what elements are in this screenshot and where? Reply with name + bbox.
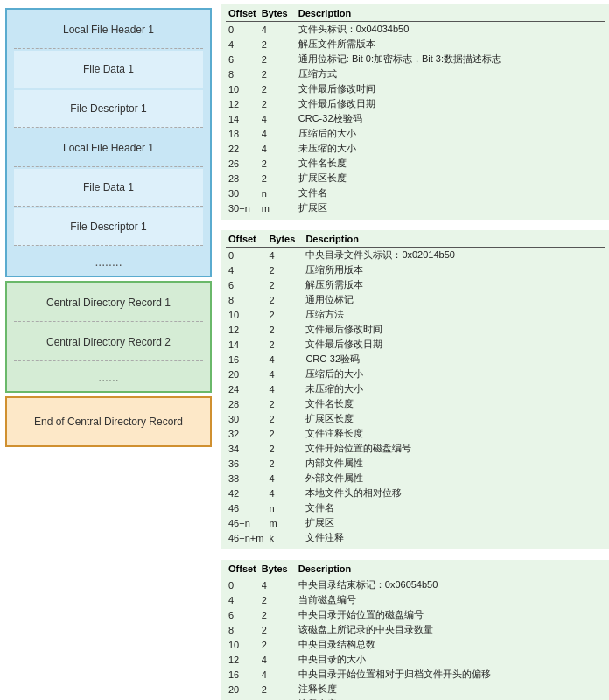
table-cell: 0 xyxy=(226,248,266,263)
table-row: 202注释长度 xyxy=(226,682,605,696)
table-cell: 文件最后修改时间 xyxy=(303,322,605,337)
table-cell: 文件最后修改日期 xyxy=(296,96,605,111)
eocd-header-offset: Offset xyxy=(226,563,259,578)
table-cell: 文件名长度 xyxy=(303,396,605,411)
table-cell: 2 xyxy=(259,592,296,607)
table-row: 42当前磁盘编号 xyxy=(226,592,605,607)
table-row: 142文件最后修改日期 xyxy=(226,337,605,352)
table-cell: 16 xyxy=(226,352,266,367)
table-row: 302扩展区长度 xyxy=(226,411,605,426)
table-cell: 2 xyxy=(259,156,296,171)
table-cell: 46+n+m xyxy=(226,530,266,545)
table-cell: 2 xyxy=(266,411,303,426)
left-column: Local File Header 1 File Data 1 File Des… xyxy=(0,0,217,700)
table-cell: 扩展区长度 xyxy=(296,171,605,186)
table-row: 164中央目录开始位置相对于归档文件开头的偏移 xyxy=(226,667,605,682)
table-row: 04中央目录结束标记：0x06054b50 xyxy=(226,578,605,593)
table-cell: 解压所需版本 xyxy=(303,277,605,292)
table-cell: 压缩所用版本 xyxy=(303,262,605,277)
table-cell: 2 xyxy=(259,607,296,622)
lfh-header-bytes: Bytes xyxy=(259,7,296,22)
table-cell: 2 xyxy=(266,337,303,352)
table-row: 30+nm扩展区 xyxy=(226,200,605,215)
table-cell: 4 xyxy=(259,578,296,593)
table-row: 424本地文件头的相对位移 xyxy=(226,486,605,500)
lfh-table-section: Offset Bytes Description 04文件头标识：0x04034… xyxy=(221,4,609,220)
table-cell: k xyxy=(266,530,303,545)
table-cell: 2 xyxy=(266,441,303,456)
table-cell: 2 xyxy=(259,52,296,66)
table-cell: 4 xyxy=(226,592,259,607)
table-cell: 扩展区长度 xyxy=(303,411,605,426)
table-cell: 4 xyxy=(266,352,303,367)
table-cell: 文件注释 xyxy=(303,530,605,545)
dots-2: ...... xyxy=(7,363,210,391)
table-cell: 6 xyxy=(226,52,259,66)
cdr-block-2: Central Directory Record 2 xyxy=(14,324,203,361)
table-row: 46+n+mk文件注释 xyxy=(226,530,605,545)
table-row: 22注释内容 xyxy=(226,696,605,700)
table-row: 82通用位标记 xyxy=(226,292,605,307)
table-cell: 4 xyxy=(266,486,303,500)
cdr-table: Offset Bytes Description 04中央目录文件头标识：0x0… xyxy=(226,233,605,545)
table-cell: 20 xyxy=(226,682,259,696)
lfh-header-desc: Description xyxy=(296,7,605,22)
table-cell: 0 xyxy=(226,578,259,593)
table-row: 204压缩后的大小 xyxy=(226,367,605,382)
table-cell: 压缩方式 xyxy=(296,66,605,81)
table-cell: 注释内容 xyxy=(296,696,605,700)
table-cell: 该磁盘上所记录的中央目录数量 xyxy=(296,622,605,637)
table-cell: 中央目录结束标记：0x06054b50 xyxy=(296,578,605,593)
cdr-header-desc: Description xyxy=(303,233,605,248)
table-cell: 2 xyxy=(266,277,303,292)
table-cell: 18 xyxy=(226,126,259,141)
table-row: 144CRC-32校验码 xyxy=(226,111,605,126)
file-descriptor-1: File Descriptor 1 xyxy=(14,90,203,128)
main-layout: Local File Header 1 File Data 1 File Des… xyxy=(0,0,609,700)
table-cell: 6 xyxy=(226,607,259,622)
table-cell: 4 xyxy=(226,37,259,52)
table-cell: 4 xyxy=(259,667,296,682)
table-cell: 通用位标记: Bit 0:加密标志，Bit 3:数据描述标志 xyxy=(296,52,605,66)
lfh-header-offset: Offset xyxy=(226,7,259,22)
table-cell: 38 xyxy=(226,471,266,486)
file-data-1: File Data 1 xyxy=(14,51,203,88)
table-cell: 中央目录开始位置的磁盘编号 xyxy=(296,607,605,622)
table-cell: 2 xyxy=(266,262,303,277)
table-cell: 8 xyxy=(226,292,266,307)
table-cell: 14 xyxy=(226,337,266,352)
eocd-header-desc: Description xyxy=(296,563,605,578)
table-cell: 扩展区 xyxy=(303,515,605,530)
table-cell: n xyxy=(259,186,296,200)
cdr-header-offset: Offset xyxy=(226,233,266,248)
table-cell: 46+n xyxy=(226,515,266,530)
table-cell: 10 xyxy=(226,307,266,322)
lfh-table: Offset Bytes Description 04文件头标识：0x04034… xyxy=(226,7,605,215)
table-cell: 外部文件属性 xyxy=(303,471,605,486)
table-cell: 未压缩的大小 xyxy=(303,382,605,396)
table-cell: 2 xyxy=(259,637,296,652)
table-row: 102文件最后修改时间 xyxy=(226,81,605,96)
table-cell: 24 xyxy=(226,382,266,396)
table-cell: 文件注释长度 xyxy=(303,426,605,441)
table-row: 62中央目录开始位置的磁盘编号 xyxy=(226,607,605,622)
cdr-block-1: Central Directory Record 1 xyxy=(14,284,203,322)
table-row: 62解压所需版本 xyxy=(226,277,605,292)
table-row: 122文件最后修改日期 xyxy=(226,96,605,111)
table-cell: 2 xyxy=(266,426,303,441)
table-row: 42压缩所用版本 xyxy=(226,262,605,277)
table-cell: 14 xyxy=(226,111,259,126)
file-data-2: File Data 1 xyxy=(14,169,203,206)
table-cell: 内部文件属性 xyxy=(303,456,605,471)
table-row: 282文件名长度 xyxy=(226,396,605,411)
table-cell: 2 xyxy=(259,37,296,52)
table-cell: 4 xyxy=(259,141,296,156)
lfh-block-2: Local File Header 1 xyxy=(14,130,203,167)
table-cell: 20 xyxy=(226,367,266,382)
table-cell: n xyxy=(266,500,303,515)
table-cell: 4 xyxy=(226,262,266,277)
table-cell: 46 xyxy=(226,500,266,515)
table-cell: 当前磁盘编号 xyxy=(296,592,605,607)
table-row: 62通用位标记: Bit 0:加密标志，Bit 3:数据描述标志 xyxy=(226,52,605,66)
table-cell: 文件开始位置的磁盘编号 xyxy=(303,441,605,456)
